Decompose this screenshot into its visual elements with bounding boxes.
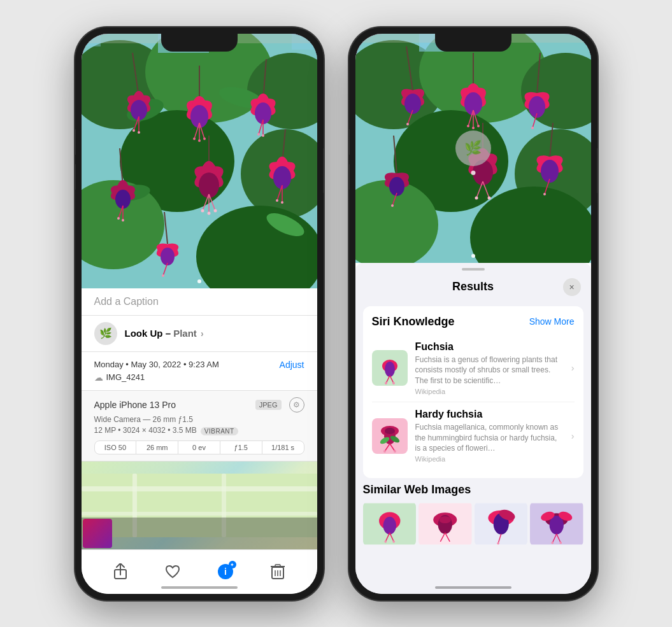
web-images-section: Similar Web Images: [355, 483, 591, 554]
svg-point-132: [531, 127, 534, 129]
home-indicator: [161, 586, 238, 589]
settings-icon[interactable]: ⚙: [289, 397, 304, 412]
svg-point-200: [551, 542, 554, 544]
lookup-icon-circle: 🌿: [94, 322, 117, 345]
svg-point-154: [543, 193, 546, 195]
web-images-row: [363, 502, 583, 546]
visual-lookup-leaf-icon: 🌿: [464, 140, 482, 157]
vol-up-button[interactable]: [75, 129, 76, 155]
web-image-2[interactable]: [418, 502, 472, 546]
exif-ev: 0 ev: [178, 441, 220, 454]
svg-point-22: [198, 139, 201, 142]
svg-point-126: [406, 123, 409, 125]
svg-point-42: [257, 133, 260, 136]
heart-button[interactable]: [159, 558, 187, 586]
svg-point-74: [276, 199, 278, 202]
hardy-desc: Fuchsia magellanica, commonly known as t…: [415, 422, 564, 454]
map-area[interactable]: [82, 461, 317, 549]
right-phone: 🌿 Results ×: [349, 27, 597, 600]
visual-lookup-badge[interactable]: 🌿: [455, 130, 491, 166]
exif-mm: 26 mm: [136, 441, 178, 454]
page-dot-1: [197, 279, 201, 283]
trash-icon: [271, 563, 285, 580]
svg-rect-97: [275, 565, 280, 567]
siri-knowledge-section: Siri Knowledge Show More: [363, 306, 583, 479]
left-screen-content: Add a Caption 🌿 Look Up – Plant ›: [82, 34, 317, 594]
device-section: Apple iPhone 13 Pro JPEG ⚙ Wide Camera —…: [82, 391, 317, 461]
left-phone: Add a Caption 🌿 Look Up – Plant ›: [75, 27, 324, 600]
svg-point-65: [213, 209, 217, 212]
heart-icon: [165, 565, 180, 579]
mp-text: 12 MP • 3024 × 4032 • 3.5 MB: [94, 426, 197, 435]
cloud-icon: ☁: [94, 372, 103, 383]
lookup-dot: [471, 171, 475, 175]
vibrant-badge: VIBRANT: [201, 427, 238, 435]
caption-area[interactable]: Add a Caption: [82, 288, 317, 316]
format-area: JPEG ⚙: [255, 397, 304, 412]
leaf-icon: 🌿: [99, 327, 112, 339]
sparkle-star: ✦: [230, 562, 234, 568]
fuchsia-content: Fuchsia Fuchsia is a genus of flowering …: [415, 341, 564, 395]
right-screen: 🌿 Results ×: [355, 34, 591, 594]
right-power-button[interactable]: [597, 148, 597, 193]
results-panel[interactable]: Results × Siri Knowledge Show More: [355, 263, 591, 594]
right-photo-area[interactable]: 🌿: [355, 34, 591, 263]
web-image-3[interactable]: [475, 502, 528, 546]
adjust-button[interactable]: Adjust: [280, 360, 304, 370]
show-more-button[interactable]: Show More: [529, 316, 575, 327]
svg-point-33: [138, 131, 140, 134]
svg-text:i: i: [224, 567, 227, 577]
results-header: Results ×: [355, 276, 591, 301]
svg-point-52: [117, 217, 120, 220]
svg-point-79: [161, 248, 175, 265]
results-handle[interactable]: [462, 268, 485, 271]
svg-point-163: [392, 382, 395, 384]
knowledge-item-fuchsia[interactable]: Fuchsia Fuchsia is a genus of flowering …: [372, 335, 575, 402]
caption-placeholder[interactable]: Add a Caption: [94, 296, 159, 307]
svg-point-120: [477, 125, 480, 127]
vol-down-button[interactable]: [75, 164, 76, 190]
flower-photo: [82, 34, 317, 288]
mp-row: 12 MP • 3024 × 4032 • 3.5 MB VIBRANT: [94, 426, 304, 437]
info-button[interactable]: i ✦: [211, 558, 239, 586]
svg-point-176: [383, 517, 396, 535]
right-home-indicator: [435, 586, 511, 589]
date-text: Monday • May 30, 2022 • 9:23 AM: [94, 360, 219, 369]
fuchsia-name: Fuchsia: [415, 341, 564, 353]
lookup-row[interactable]: 🌿 Look Up – Plant ›: [82, 316, 317, 352]
svg-point-192: [497, 542, 499, 545]
left-screen: Add a Caption 🌿 Look Up – Plant ›: [82, 34, 317, 594]
thumb-1: [83, 519, 112, 548]
svg-point-43: [262, 134, 264, 137]
hardy-chevron-icon: ›: [571, 431, 575, 441]
exif-iso: ISO 50: [95, 441, 137, 454]
svg-point-53: [122, 219, 124, 222]
delete-button[interactable]: [264, 558, 292, 586]
web-images-title: Similar Web Images: [363, 483, 583, 497]
photo-thumb-row: [82, 518, 317, 549]
web-image-1[interactable]: [363, 502, 417, 546]
svg-point-64: [207, 211, 210, 215]
camera-spec: Wide Camera — 26 mm ƒ1.5: [94, 415, 304, 424]
exif-row: ISO 50 26 mm 0 ev ƒ1.5 1/181 s: [94, 440, 304, 454]
right-vol-down-button[interactable]: [349, 164, 350, 190]
hardy-thumb: [372, 418, 408, 454]
filename-text: IMG_4241: [106, 372, 145, 382]
knowledge-item-hardy[interactable]: Hardy fuchsia Fuchsia magellanica, commo…: [372, 402, 575, 469]
right-vol-up-button[interactable]: [349, 129, 350, 155]
close-button[interactable]: ×: [563, 278, 581, 296]
fuchsia-thumb: [372, 350, 408, 386]
lookup-label[interactable]: Look Up – Plant ›: [125, 328, 204, 339]
hardy-thumb-img: [372, 418, 408, 454]
web-image-4[interactable]: [530, 502, 583, 546]
svg-point-75: [281, 201, 283, 204]
jpeg-badge: JPEG: [255, 400, 282, 410]
svg-point-179: [384, 540, 387, 543]
photo-area[interactable]: [82, 34, 317, 288]
share-icon: [113, 563, 127, 580]
fuchsia-chevron-icon: ›: [571, 363, 575, 373]
share-button[interactable]: [106, 558, 134, 586]
svg-point-180: [392, 540, 395, 543]
svg-point-148: [487, 196, 490, 199]
power-button[interactable]: [323, 148, 324, 193]
